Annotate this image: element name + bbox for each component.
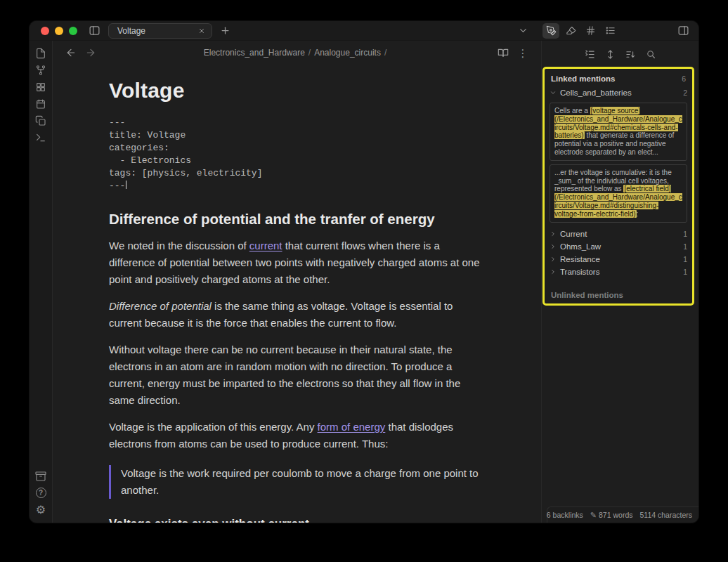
minimize-window-button[interactable] (55, 27, 63, 35)
text-segment: Voltage is the application of this energ… (109, 421, 318, 433)
section-heading: Difference of potential and the tranfer … (109, 211, 481, 228)
sort-order-icon[interactable] (623, 47, 638, 61)
internal-link[interactable]: form of energy (318, 421, 386, 433)
backlink-group-count: 2 (683, 89, 687, 97)
frontmatter-line: tags: [physics, electricity] (109, 167, 481, 180)
titlebar-right (514, 23, 691, 39)
canvas-icon[interactable] (32, 79, 50, 94)
highlighter-icon[interactable] (562, 23, 579, 39)
tab-voltage[interactable]: Voltage (108, 23, 212, 39)
new-note-icon[interactable] (32, 46, 50, 60)
backlink-group-name: Resistance (560, 255, 600, 263)
backlink-group-cells-and-batteries[interactable]: Cells_and_batteries 2 (545, 86, 692, 99)
list-collapse-icon[interactable] (582, 47, 597, 61)
expand-all-icon[interactable] (602, 47, 618, 61)
unlinked-mentions-header[interactable]: Unlinked mentions (545, 285, 692, 305)
blockquote-text: Voltage is the work required per coulomb… (121, 465, 481, 499)
paragraph: Voltage is the application of this energ… (109, 419, 481, 452)
toggle-left-sidebar-icon[interactable] (86, 23, 103, 39)
backlink-group-count: 1 (683, 255, 687, 263)
graph-view-icon[interactable] (32, 63, 50, 77)
backlink-snippet[interactable]: ...er the voltage is cumulative: it is t… (550, 164, 687, 223)
settings-gear-icon[interactable]: ⚙ (32, 502, 50, 517)
backlink-group-name: Ohms_Law (560, 242, 601, 251)
tab-dropdown-chevron-icon[interactable] (514, 23, 531, 39)
linked-mentions-count: 6 (682, 74, 686, 83)
pencil-icon: ✎ (590, 511, 597, 520)
reading-mode-icon[interactable] (495, 45, 512, 60)
paragraph: Without voltage there can be no current … (109, 341, 481, 409)
section-heading: Voltage exists even without current (109, 517, 481, 523)
breadcrumb-folder[interactable]: Analogue_circuits (314, 48, 381, 58)
tab-title: Voltage (117, 26, 145, 36)
gear-glyph: ⚙ (36, 504, 46, 516)
terminal-icon[interactable] (32, 130, 50, 145)
status-word-count: ✎ 871 words (590, 511, 633, 520)
frontmatter-line: --- (109, 117, 481, 129)
status-backlinks[interactable]: 6 backlinks (547, 511, 583, 519)
paragraph: Difference of potential is the same thin… (109, 298, 481, 332)
bullet-list-icon[interactable] (602, 23, 618, 39)
breadcrumb: Electronics_and_Hardware/Analogue_circui… (102, 48, 492, 58)
more-options-icon[interactable]: ⋮ (514, 45, 531, 60)
titlebar: Voltage (30, 21, 698, 41)
editing-toolbar (542, 23, 618, 39)
linked-mentions-header[interactable]: Linked mentions 6 (545, 69, 692, 86)
pen-tool-icon[interactable] (542, 23, 559, 39)
frontmatter-line: categories: (109, 142, 481, 155)
text-cursor (126, 181, 126, 189)
frontmatter-line: --- (109, 180, 481, 192)
desktop-background: Voltage (0, 0, 728, 562)
back-arrow-icon[interactable] (63, 45, 79, 60)
chevron-right-icon (550, 268, 557, 275)
editor-pane: Electronics_and_Hardware/Analogue_circui… (53, 41, 541, 523)
hash-icon[interactable] (582, 23, 599, 39)
backlink-group-name: Cells_and_batteries (560, 89, 632, 97)
note-content[interactable]: Voltage --- title: Voltage categories: -… (53, 65, 541, 523)
left-ribbon: ? ⚙ (30, 41, 53, 523)
frontmatter-line: title: Voltage (109, 129, 481, 142)
new-tab-icon[interactable] (216, 23, 233, 39)
close-window-button[interactable] (41, 27, 49, 35)
zoom-window-button[interactable] (69, 27, 77, 35)
backlink-group-resistance[interactable]: Resistance 1 (545, 253, 692, 266)
frontmatter-block[interactable]: --- title: Voltage categories: - Electro… (109, 117, 481, 192)
backlink-group-ohms-law[interactable]: Ohms_Law 1 (545, 240, 692, 253)
breadcrumb-separator: / (384, 48, 386, 58)
backlink-snippets: Cells are a [voltage source](/Electronic… (545, 103, 692, 228)
templates-icon[interactable] (32, 113, 50, 128)
backlink-group-count: 1 (683, 268, 687, 276)
status-bar: 6 backlinks ✎ 871 words 5114 characters (547, 507, 698, 523)
chevron-right-icon (550, 243, 557, 250)
chevron-right-icon (550, 230, 557, 237)
frontmatter-line: - Electronics (109, 155, 481, 167)
backlink-group-count: 1 (683, 242, 687, 251)
paragraph: We noted in the discussion of current th… (109, 237, 481, 288)
backlink-group-name: Transistors (560, 268, 599, 276)
internal-link[interactable]: current (249, 240, 282, 251)
forward-arrow-icon[interactable] (82, 45, 99, 60)
status-character-count: 5114 characters (639, 511, 692, 519)
question-mark-glyph: ? (36, 488, 46, 498)
close-tab-icon[interactable] (195, 23, 208, 39)
note-title: Voltage (109, 79, 481, 103)
vault-switcher-icon[interactable] (32, 469, 50, 483)
annotation-highlight-box: Linked mentions 6 Cells_and_batteries 2 … (542, 67, 694, 306)
backlink-group-transistors[interactable]: Transistors 1 (545, 266, 692, 278)
window-controls (41, 27, 77, 35)
backlink-group-count: 1 (683, 230, 687, 238)
view-header: Electronics_and_Hardware/Analogue_circui… (53, 41, 541, 65)
obsidian-window: Voltage (30, 21, 698, 523)
search-icon[interactable] (643, 47, 658, 61)
text-segment: : (637, 210, 639, 218)
right-sidebar: Linked mentions 6 Cells_and_batteries 2 … (541, 41, 698, 523)
text-segment: Cells are a (554, 107, 590, 115)
breadcrumb-folder[interactable]: Electronics_and_Hardware (204, 48, 305, 58)
backlink-snippet[interactable]: Cells are a [voltage source](/Electronic… (550, 103, 687, 161)
backlink-group-current[interactable]: Current 1 (545, 228, 692, 240)
emphasis-text: Difference of potential (109, 300, 212, 312)
help-icon[interactable]: ? (32, 485, 50, 500)
toggle-right-sidebar-icon[interactable] (675, 23, 691, 39)
calendar-icon[interactable] (32, 96, 50, 111)
linked-mentions-title: Linked mentions (551, 74, 615, 83)
